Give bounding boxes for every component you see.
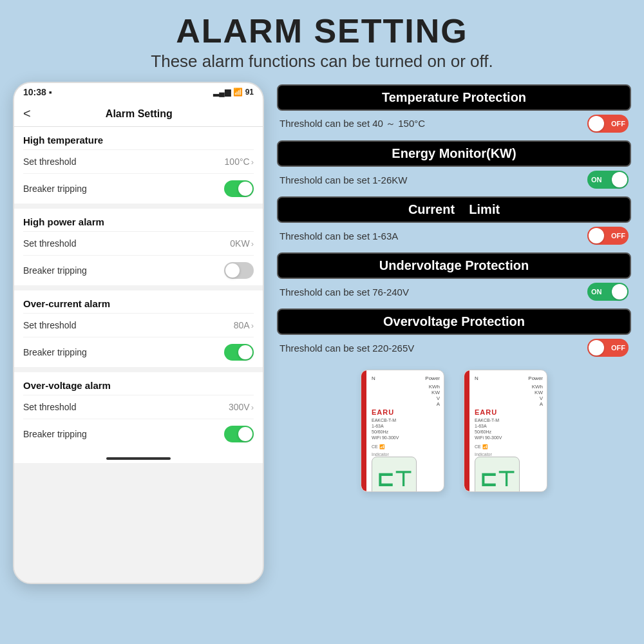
breaker-row-over-current: Breaker tripping (23, 337, 254, 367)
alarm-section-high-power: High power alarm Set threshold 0KW › Bre… (14, 209, 263, 285)
feature-desc-row-energy: Threshold can be set 1-26KW ON (277, 169, 631, 190)
toggle-knob-over-current (238, 345, 252, 359)
device-1: N Power KWh KW V A EARU EAKCB-T-M1-63A50… (361, 370, 444, 492)
device-kw-2: KW (475, 390, 543, 395)
breaker-label-over-voltage: Breaker tripping (23, 429, 87, 439)
device-brand-1: EARU (372, 408, 440, 416)
device-top-1: N Power (372, 375, 440, 381)
ce-mark-1: CE (372, 444, 379, 449)
page-header: ALARM SETTING These alarm functions can … (0, 0, 644, 75)
device-power-label-2: Power (528, 375, 543, 381)
feature-desc-row-undervoltage: Threshold can be set 76-240V ON (277, 281, 631, 302)
device-red-stripe-1 (361, 370, 366, 491)
main-title: ALARM SETTING (0, 12, 644, 50)
alarm-section-over-voltage: Over-voltage alarm Set threshold 300V › … (14, 372, 263, 463)
nav-title: Alarm Setting (37, 108, 241, 120)
threshold-label-over-current: Set threshold (23, 320, 77, 330)
panel-toggle-overvoltage[interactable]: OFF (587, 339, 629, 357)
alarm-section-high-temp: High temperature Set threshold 100°C › B… (14, 127, 263, 204)
feature-desc-row-temp: Threshold can be set 40 ～ 150°C OFF (277, 113, 631, 134)
device-top-2: N Power (475, 375, 543, 381)
feature-block-energy: Energy Monitor(KW) Threshold can be set … (277, 140, 631, 190)
threshold-row-over-voltage[interactable]: Set threshold 300V › (23, 395, 254, 419)
feature-block-overvoltage: Overvoltage Protection Threshold can be … (277, 308, 631, 358)
panel-toggle-undervoltage[interactable]: ON (587, 283, 629, 301)
feature-block-undervoltage: Undervoltage Protection Threshold can be… (277, 252, 631, 302)
alarm-section-over-current: Over-current alarm Set threshold 80A › B… (14, 290, 263, 367)
breaker-toggle-over-current[interactable] (224, 344, 254, 361)
device-v-2: V (475, 395, 543, 401)
section-title-high-power: High power alarm (23, 209, 254, 231)
device-a-2: A (475, 401, 543, 407)
section-title-over-voltage: Over-voltage alarm (23, 372, 254, 395)
signal-icon: ▂▄▆ (213, 88, 231, 97)
breaker-row-over-voltage: Breaker tripping (23, 419, 254, 449)
panel-toggle-temp[interactable]: OFF (587, 115, 629, 133)
panel-toggle-label-temp: OFF (611, 120, 625, 128)
device-model-1: EAKCB-T-M1-63A50/60HzWiFi 90-300V (372, 417, 440, 440)
threshold-row-over-current[interactable]: Set threshold 80A › (23, 313, 254, 337)
phone-mockup: 10:38 ▪ ▂▄▆ 📶 91 < Alarm Setting High te… (13, 82, 264, 584)
feature-desc-undervoltage: Threshold can be set 76-240V (279, 287, 409, 298)
panel-toggle-label-undervoltage: ON (591, 288, 602, 296)
content-area: 10:38 ▪ ▂▄▆ 📶 91 < Alarm Setting High te… (0, 75, 644, 636)
toggle-knob-high-power (225, 263, 240, 278)
threshold-value-over-current: 80A › (234, 320, 254, 330)
feature-desc-row-current: Threshold can be set 1-63A OFF (277, 225, 631, 246)
section-title-over-current: Over-current alarm (23, 290, 254, 313)
status-icons: ▂▄▆ 📶 91 (213, 88, 254, 97)
device-images: N Power KWh KW V A EARU EAKCB-T-M1-63A50… (277, 370, 631, 492)
feature-block-current: Current Limit Threshold can be set 1-63A… (277, 196, 631, 246)
feature-desc-overvoltage: Threshold can be set 220-265V (279, 343, 414, 354)
feature-desc-row-overvoltage: Threshold can be set 220-265V OFF (277, 337, 631, 358)
threshold-row-high-power[interactable]: Set threshold 0KW › (23, 231, 254, 255)
breaker-label-high-temp: Breaker tripping (23, 184, 87, 194)
device-model-2: EAKCB-T-M1-63A50/60HzWiFi 90-300V (475, 417, 543, 440)
device-icon-2: ⊏⊤ (480, 467, 515, 491)
threshold-label-high-power: Set threshold (23, 238, 77, 249)
device-red-stripe-2 (464, 370, 469, 491)
wifi-mark-2: 📶 (482, 444, 488, 449)
breaker-row-high-temp: Breaker tripping (23, 173, 254, 204)
panel-toggle-energy[interactable]: ON (587, 171, 629, 189)
feature-desc-temp: Threshold can be set 40 ～ 150°C (279, 118, 425, 130)
wifi-mark-1: 📶 (379, 444, 385, 449)
panel-toggle-current[interactable]: OFF (587, 227, 629, 245)
device-kwh-2: KWh (475, 384, 543, 390)
device-kw-1: KW (372, 390, 440, 395)
panel-toggle-label-energy: ON (591, 176, 602, 184)
device-display-2: ⊏⊤ (475, 457, 520, 492)
breaker-toggle-high-temp[interactable] (224, 180, 254, 197)
breaker-toggle-over-voltage[interactable] (224, 426, 254, 442)
alarm-list: High temperature Set threshold 100°C › B… (14, 127, 263, 578)
wifi-icon: 📶 (233, 88, 243, 97)
feature-block-temp: Temperature Protection Threshold can be … (277, 84, 631, 134)
threshold-value-high-power: 0KW › (230, 238, 254, 249)
panel-toggle-knob-current (589, 228, 604, 243)
breaker-label-high-power: Breaker tripping (23, 265, 87, 276)
right-panel: Temperature Protection Threshold can be … (277, 82, 631, 636)
ce-mark-2: CE (475, 444, 482, 449)
threshold-label-high-temp: Set threshold (23, 156, 77, 167)
nav-bar: < Alarm Setting (14, 101, 263, 127)
feature-title-undervoltage: Undervoltage Protection (277, 252, 631, 279)
breaker-toggle-high-power[interactable] (224, 262, 254, 279)
battery-icon: 91 (245, 88, 254, 97)
breaker-label-over-current: Breaker tripping (23, 347, 87, 357)
panel-toggle-knob-temp (589, 116, 604, 131)
threshold-row-high-temp[interactable]: Set threshold 100°C › (23, 149, 254, 173)
toggle-knob-high-temp (238, 182, 252, 196)
status-time: 10:38 ▪ (23, 87, 52, 97)
panel-toggle-knob-energy (612, 172, 627, 187)
device-kwh-1: KWh (372, 384, 440, 390)
status-bar: 10:38 ▪ ▂▄▆ 📶 91 (14, 83, 263, 101)
feature-title-energy: Energy Monitor(KW) (277, 140, 631, 167)
feature-title-overvoltage: Overvoltage Protection (277, 308, 631, 335)
back-button[interactable]: < (23, 106, 31, 121)
indicator-label-2: Indicator (475, 452, 543, 457)
section-title-high-temp: High temperature (23, 127, 254, 149)
threshold-label-over-voltage: Set threshold (23, 402, 77, 412)
device-v-1: V (372, 395, 440, 401)
feature-title-temp: Temperature Protection (277, 84, 631, 111)
threshold-value-over-voltage: 300V › (229, 402, 254, 412)
